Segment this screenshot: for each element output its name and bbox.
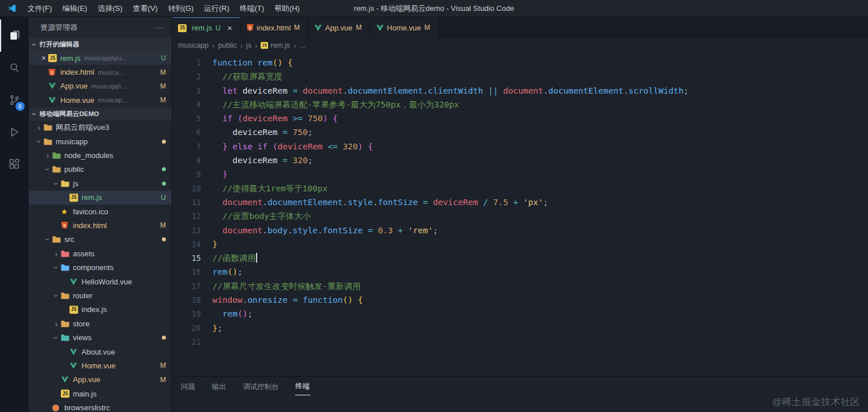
code-line[interactable]: 5 if (deviceRem >= 750) { <box>172 111 868 125</box>
code-line[interactable]: 17//屏幕尺寸发生改变时候触发-重新调用 <box>172 279 868 293</box>
tree-file-index.html[interactable]: ›5index.htmlM <box>29 218 172 232</box>
code-line[interactable]: 11 document.documentElement.style.fontSi… <box>172 195 868 209</box>
close-icon[interactable]: × <box>39 53 48 63</box>
extensions-icon[interactable] <box>0 148 29 180</box>
code-line[interactable]: 6 deviceRem = 750; <box>172 125 868 139</box>
workspace-header[interactable]: › 移动端网易云DEMO <box>29 107 172 121</box>
code-line[interactable]: 16rem(); <box>172 265 868 279</box>
tab-index.html[interactable]: 5index.htmlM <box>241 17 308 38</box>
tree-folder-网易云前端vue3[interactable]: ›网易云前端vue3 <box>29 121 172 134</box>
run-debug-icon[interactable] <box>0 116 29 148</box>
line-number[interactable]: 18 <box>172 293 202 307</box>
menu-item[interactable]: 编辑(E) <box>57 0 92 17</box>
code-line[interactable]: 20}; <box>172 321 868 335</box>
open-editor-item[interactable]: ×JSrem.jsmusicapp\pu...U <box>29 51 172 65</box>
open-editor-item[interactable]: App.vuemusicapp\...M <box>29 79 172 93</box>
code-line[interactable]: 18window.onresize = function() { <box>172 293 868 307</box>
code-line[interactable]: 4 //主流移动端屏幕适配-苹果参考-最大为750px，最小为320px <box>172 98 868 111</box>
code-line[interactable]: 21 <box>172 335 868 349</box>
close-icon[interactable]: × <box>225 23 234 33</box>
menu-item[interactable]: 查看(V) <box>127 0 162 17</box>
tree-folder-public[interactable]: ›public <box>29 163 172 176</box>
tab-rem.js[interactable]: JSrem.jsU× <box>172 17 241 38</box>
panel-tab-调试控制台[interactable]: 调试控制台 <box>242 379 280 395</box>
line-number[interactable]: 5 <box>172 111 202 125</box>
tab-Home.vue[interactable]: Home.vueM <box>370 17 439 38</box>
tree-file-Home.vue[interactable]: ›Home.vueM <box>29 359 172 372</box>
line-number[interactable]: 3 <box>172 84 202 98</box>
code-line[interactable]: 13 document.body.style.fontSize = 0.3 + … <box>172 224 868 237</box>
code-line[interactable]: 19 rem(); <box>172 307 868 321</box>
line-number[interactable]: 19 <box>172 307 202 321</box>
open-editors-header[interactable]: › 打开的编辑器 <box>29 38 172 51</box>
code-line[interactable]: 1function rem() { <box>172 56 868 70</box>
tree-folder-musicapp[interactable]: ›musicapp <box>29 134 172 148</box>
breadcrumb-item[interactable]: ... <box>300 41 305 49</box>
line-number[interactable]: 12 <box>172 209 202 223</box>
explorer-icon[interactable] <box>0 20 29 52</box>
breadcrumb-item[interactable]: JSrem.js <box>261 41 290 49</box>
tree-folder-js[interactable]: ›js <box>29 176 172 190</box>
tree-file-favicon.ico[interactable]: ›★favicon.ico <box>29 205 172 218</box>
tree-file-rem.js[interactable]: ›JSrem.jsU <box>29 191 172 205</box>
line-number[interactable]: 7 <box>172 140 202 153</box>
line-number[interactable]: 21 <box>172 335 202 349</box>
source-control-icon[interactable]: 6 <box>0 84 29 116</box>
tree-folder-assets[interactable]: ›assets <box>29 247 172 260</box>
line-number[interactable]: 1 <box>172 56 202 70</box>
code-line[interactable]: 7 } else if (deviceRem <= 320) { <box>172 140 868 153</box>
open-editor-item[interactable]: 5index.htmlmusica...M <box>29 65 172 79</box>
line-number[interactable]: 15 <box>172 251 202 265</box>
open-editor-item[interactable]: Home.vuemusicap...M <box>29 93 172 107</box>
panel-tab-问题[interactable]: 问题 <box>180 379 196 395</box>
code-line[interactable]: 14} <box>172 237 868 251</box>
tree-file-main.js[interactable]: ›JSmain.js <box>29 387 172 401</box>
chevron-right-icon[interactable]: › <box>43 151 52 160</box>
chevron-down-icon[interactable]: › <box>52 291 61 300</box>
breadcrumb-item[interactable]: js <box>246 41 251 49</box>
code-line[interactable]: 15//函数调用 <box>172 251 868 265</box>
line-number[interactable]: 8 <box>172 153 202 167</box>
line-number[interactable]: 4 <box>172 98 202 111</box>
tree-folder-views[interactable]: ›views <box>29 330 172 344</box>
tree-folder-router[interactable]: ›router <box>29 288 172 302</box>
line-number[interactable]: 9 <box>172 167 202 181</box>
chevron-right-icon[interactable]: › <box>34 123 44 132</box>
tree-folder-store[interactable]: ›store <box>29 317 172 330</box>
chevron-down-icon[interactable]: › <box>44 165 52 174</box>
line-number[interactable]: 2 <box>172 70 202 83</box>
line-number[interactable]: 17 <box>172 279 202 293</box>
chevron-down-icon[interactable]: › <box>35 137 44 146</box>
menu-item[interactable]: 文件(F) <box>22 0 57 17</box>
tree-file-browserslistrc[interactable]: ›browserslistrc <box>29 401 172 412</box>
tree-folder-components[interactable]: ›components <box>29 260 172 274</box>
chevron-right-icon[interactable]: › <box>52 249 61 258</box>
line-number[interactable]: 11 <box>172 195 202 209</box>
chevron-down-icon[interactable]: › <box>52 333 61 342</box>
code-line[interactable]: 3 let deviceRem = document.documentEleme… <box>172 84 868 98</box>
chevron-down-icon[interactable]: › <box>52 263 61 272</box>
code-line[interactable]: 8 deviceRem = 320; <box>172 153 868 167</box>
code-line[interactable]: 12 //设置body主字体大小 <box>172 209 868 223</box>
menu-item[interactable]: 运行(R) <box>199 0 234 17</box>
line-number[interactable]: 20 <box>172 321 202 335</box>
panel-tab-输出[interactable]: 输出 <box>211 379 227 395</box>
panel-tab-终端[interactable]: 终端 <box>295 378 311 395</box>
line-number[interactable]: 10 <box>172 182 202 195</box>
tree-folder-src[interactable]: ›src <box>29 233 172 247</box>
line-number[interactable]: 16 <box>172 265 202 279</box>
breadcrumb-item[interactable]: public <box>218 41 237 49</box>
line-number[interactable]: 13 <box>172 224 202 237</box>
tree-file-About.vue[interactable]: ›About.vue <box>29 345 172 359</box>
tree-folder-node_modules[interactable]: ›node_modules <box>29 148 172 162</box>
chevron-right-icon[interactable]: › <box>52 319 61 328</box>
chevron-down-icon[interactable]: › <box>44 235 52 244</box>
chevron-down-icon[interactable]: › <box>52 179 61 188</box>
search-icon[interactable] <box>0 52 29 84</box>
menu-item[interactable]: 终端(T) <box>234 0 269 17</box>
menu-item[interactable]: 帮助(H) <box>269 0 305 17</box>
code-editor[interactable]: 1function rem() {2 //获取屏幕宽度3 let deviceR… <box>172 53 868 376</box>
code-line[interactable]: 2 //获取屏幕宽度 <box>172 70 868 83</box>
breadcrumb-item[interactable]: musicapp <box>178 41 209 49</box>
tree-file-App.vue[interactable]: ›App.vueM <box>29 373 172 387</box>
